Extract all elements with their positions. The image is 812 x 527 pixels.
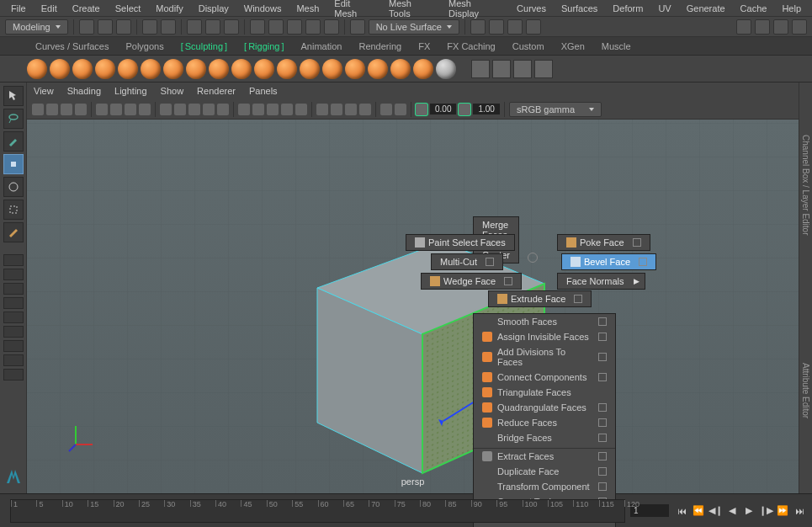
mi-extract-faces[interactable]: Extract Faces bbox=[474, 449, 615, 464]
menu-modify[interactable]: Modify bbox=[148, 1, 190, 16]
menu-select[interactable]: Select bbox=[108, 1, 149, 16]
sculpt-tool-icon[interactable] bbox=[322, 59, 342, 79]
menu-create[interactable]: Create bbox=[65, 1, 108, 16]
select-object-icon[interactable] bbox=[187, 19, 202, 35]
dof-icon[interactable] bbox=[380, 104, 392, 115]
mi-bridge-faces[interactable]: Bridge Faces bbox=[474, 430, 615, 445]
view-transform-icon[interactable] bbox=[345, 104, 357, 115]
undo-icon[interactable] bbox=[142, 19, 157, 35]
resolution-gate-icon[interactable] bbox=[125, 104, 136, 115]
mm-extrude-face[interactable]: Extrude Face bbox=[488, 290, 592, 307]
sculpt-tool-icon[interactable] bbox=[368, 59, 388, 79]
rotate-tool[interactable] bbox=[3, 177, 24, 197]
menu-cache[interactable]: Cache bbox=[733, 1, 775, 16]
sculpt-tool-icon[interactable] bbox=[254, 59, 274, 79]
layout-graph-icon[interactable] bbox=[3, 340, 24, 352]
options-box-icon[interactable] bbox=[598, 373, 607, 381]
ao-icon[interactable] bbox=[281, 104, 293, 115]
sculpt-tool-icon[interactable] bbox=[277, 59, 297, 79]
exposure-value[interactable]: 0.00 bbox=[430, 104, 456, 114]
tab-rendering[interactable]: Rendering bbox=[350, 38, 410, 55]
shaded-icon[interactable] bbox=[174, 104, 186, 115]
gate-mask-icon[interactable] bbox=[139, 104, 151, 115]
film-gate-icon[interactable] bbox=[110, 104, 122, 115]
options-box-icon[interactable] bbox=[633, 238, 641, 247]
image-plane-icon[interactable] bbox=[75, 104, 87, 115]
tab-animation[interactable]: Animation bbox=[293, 38, 351, 55]
tab-attribute-editor[interactable]: Attribute Editor bbox=[799, 288, 812, 493]
step-forward-key-button[interactable]: ⏩ bbox=[775, 503, 790, 519]
select-component-icon[interactable] bbox=[205, 19, 220, 35]
go-to-start-button[interactable]: ⏮ bbox=[674, 503, 689, 519]
freeze-icon[interactable] bbox=[471, 60, 490, 78]
go-to-end-button[interactable]: ⏭ bbox=[792, 503, 807, 519]
isolate-icon[interactable] bbox=[238, 104, 250, 115]
play-forward-button[interactable]: ▶ bbox=[741, 503, 756, 519]
sculpt-tool-icon[interactable] bbox=[50, 59, 70, 79]
panel-menu-renderer[interactable]: Renderer bbox=[197, 86, 236, 96]
sculpt-tool-icon[interactable] bbox=[141, 59, 161, 79]
mi-smooth-faces[interactable]: Smooth Faces bbox=[474, 314, 615, 329]
panel-layout-icon[interactable] bbox=[755, 19, 770, 35]
options-box-icon[interactable] bbox=[598, 482, 607, 491]
grid-icon[interactable] bbox=[96, 104, 108, 115]
mm-multi-cut[interactable]: Multi-Cut bbox=[431, 253, 503, 270]
tab-sculpting[interactable]: Sculpting bbox=[172, 38, 236, 55]
scale-tool[interactable] bbox=[3, 200, 24, 220]
new-scene-icon[interactable] bbox=[79, 19, 94, 35]
menu-mesh-display[interactable]: Mesh Display bbox=[441, 0, 509, 21]
layout-two-h-icon[interactable] bbox=[3, 283, 24, 295]
sculpt-tool-icon[interactable] bbox=[72, 59, 93, 79]
xray-icon[interactable] bbox=[252, 104, 264, 115]
exposure-toggle-icon[interactable] bbox=[416, 104, 427, 115]
panel-layout-icon[interactable] bbox=[792, 19, 807, 35]
layout-three-icon[interactable] bbox=[3, 311, 24, 323]
aa-icon[interactable] bbox=[395, 104, 406, 115]
options-box-icon[interactable] bbox=[574, 295, 582, 303]
sculpt-tool-icon[interactable] bbox=[118, 59, 138, 79]
last-tool[interactable] bbox=[3, 222, 24, 242]
layout-four-icon[interactable] bbox=[3, 269, 24, 280]
layout-two-v-icon[interactable] bbox=[3, 297, 24, 309]
bookmark-icon[interactable] bbox=[61, 104, 72, 115]
mm-poke-face[interactable]: Poke Face bbox=[557, 234, 650, 251]
gamma-value[interactable]: 1.00 bbox=[473, 104, 499, 114]
sculpt-tool-icon[interactable] bbox=[345, 59, 365, 79]
tab-fx-caching[interactable]: FX Caching bbox=[438, 38, 503, 55]
select-tool[interactable] bbox=[3, 86, 24, 106]
render-icon[interactable] bbox=[489, 19, 504, 35]
sculpt-tool-icon[interactable] bbox=[413, 59, 433, 79]
mi-reduce-faces[interactable]: Reduce Faces bbox=[474, 415, 615, 430]
menu-help[interactable]: Help bbox=[774, 1, 809, 16]
options-box-icon[interactable] bbox=[486, 258, 494, 266]
tab-fx[interactable]: FX bbox=[410, 38, 438, 55]
snap-grid-icon[interactable] bbox=[250, 19, 265, 35]
xray-joints-icon[interactable] bbox=[267, 104, 279, 115]
tab-polygons[interactable]: Polygons bbox=[117, 38, 172, 55]
save-scene-icon[interactable] bbox=[116, 19, 131, 35]
panel-layout-icon[interactable] bbox=[736, 19, 751, 35]
menu-generate[interactable]: Generate bbox=[679, 1, 733, 16]
menu-edit[interactable]: Edit bbox=[34, 1, 65, 16]
options-box-icon[interactable] bbox=[504, 277, 512, 285]
time-ruler[interactable]: 1510152025303540455055606570758085909510… bbox=[10, 499, 625, 523]
camera-attributes-icon[interactable] bbox=[46, 104, 58, 115]
mi-duplicate-face[interactable]: Duplicate Face bbox=[474, 464, 615, 479]
step-back-button[interactable]: ◀❙ bbox=[708, 503, 723, 519]
menu-windows[interactable]: Windows bbox=[236, 1, 289, 16]
mm-paint-select-faces[interactable]: Paint Select Faces bbox=[406, 234, 515, 251]
viewport[interactable]: persp Merge Faces To Center Paint Select… bbox=[27, 120, 799, 493]
sculpt-tool-icon[interactable] bbox=[186, 59, 206, 79]
snap-curve-icon[interactable] bbox=[268, 19, 284, 35]
ipr-render-icon[interactable] bbox=[507, 19, 523, 35]
lasso-tool[interactable] bbox=[3, 109, 24, 129]
menu-file[interactable]: File bbox=[3, 1, 34, 16]
options-box-icon[interactable] bbox=[598, 317, 607, 326]
live-surface-dropdown[interactable]: No Live Surface bbox=[369, 19, 459, 35]
workspace-dropdown[interactable]: Modeling bbox=[5, 19, 68, 35]
sculpt-tool-icon[interactable] bbox=[163, 59, 183, 79]
options-box-icon[interactable] bbox=[598, 418, 607, 427]
menu-display[interactable]: Display bbox=[191, 1, 236, 16]
panel-menu-shading[interactable]: Shading bbox=[67, 86, 101, 96]
panel-menu-view[interactable]: View bbox=[34, 86, 54, 96]
